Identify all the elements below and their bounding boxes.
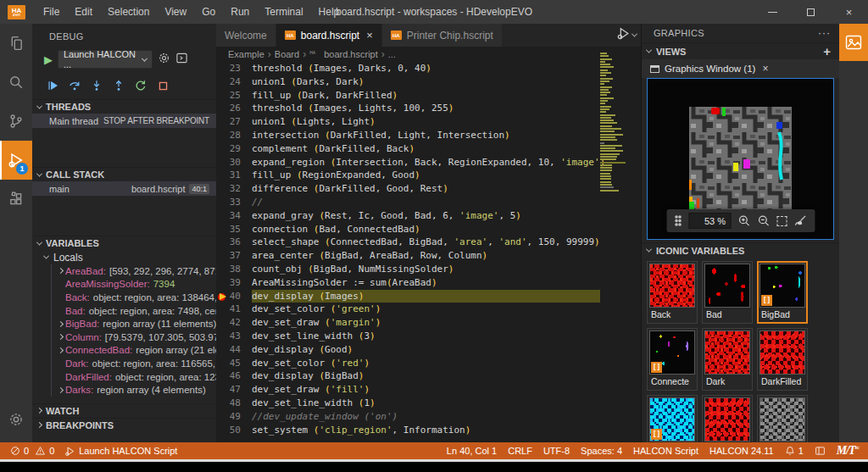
eol-indicator[interactable]: CRLF [508, 446, 532, 456]
iconic-variable-tile[interactable] [757, 395, 808, 442]
thread-row[interactable]: Main thread STOP AFTER BREAKPOINT [32, 114, 216, 128]
start-debug-button[interactable]: ▶ [44, 53, 53, 66]
close-icon[interactable]: × [762, 63, 768, 75]
line-number[interactable]: 24 [216, 75, 252, 89]
halcon-version[interactable]: HALCON 24.11 [709, 446, 774, 456]
launch-halcon-script-button[interactable]: Launch HALCON Script [64, 446, 177, 457]
open-debug-console-icon[interactable] [175, 52, 188, 68]
line-number[interactable]: 36 [216, 236, 252, 249]
menu-bar[interactable]: FileEditSelectionViewGoRunTerminalHelp [36, 0, 347, 24]
run-debug-icon[interactable]: 1 [0, 141, 32, 180]
code-line[interactable]: 25fill_up (Dark, DarkFilled) [216, 89, 642, 103]
line-number[interactable]: 38 [216, 263, 252, 276]
iconic-variable-tile-bad[interactable]: Bad [702, 261, 753, 324]
step-out-icon[interactable] [112, 79, 125, 92]
variable-row[interactable]: AreaMissingSolder:7394 [52, 278, 216, 292]
code-text[interactable]: union1 (Lights, Light) [252, 115, 600, 129]
code-line[interactable]: 43dev_set_line_width (3) [216, 330, 642, 343]
line-number[interactable]: 40 [216, 290, 252, 303]
line-number[interactable]: 42 [216, 316, 252, 330]
line-number[interactable]: 44 [216, 343, 252, 357]
code-text[interactable]: fill_up (RegionExpanded, Good) [252, 169, 600, 182]
code-text[interactable]: dev_set_line_width (3) [252, 330, 600, 343]
select-region-icon[interactable] [776, 216, 787, 226]
code-text[interactable]: threshold (Images, Darks, 0, 40) [252, 62, 600, 75]
code-area[interactable]: 23threshold (Images, Darks, 0, 40)24unio… [216, 62, 642, 442]
code-line[interactable]: 48dev_set_line_width (1) [216, 397, 642, 410]
line-number[interactable]: 39 [216, 276, 252, 290]
line-number[interactable]: 35 [216, 223, 252, 236]
code-line[interactable]: 33// [216, 196, 642, 209]
tab-board-hscript[interactable]: HAboard.hscript× [276, 24, 382, 47]
breadcrumb-item[interactable]: Board [275, 49, 299, 59]
clear-brush-icon[interactable] [793, 214, 807, 227]
code-line[interactable]: 42dev_set_draw ('margin') [216, 316, 642, 330]
zoom-in-icon[interactable] [737, 214, 750, 227]
code-text[interactable]: threshold (Images, Lights, 100, 255) [252, 102, 600, 115]
debug-settings-gear-icon[interactable] [158, 52, 170, 68]
cursor-position[interactable]: Ln 40, Col 1 [447, 446, 497, 456]
breadcrumb[interactable]: Example›Board›HAboard.hscript›... [216, 47, 642, 62]
line-number[interactable]: 45 [216, 357, 252, 370]
breadcrumb-item[interactable]: ... [388, 49, 396, 59]
restart-icon[interactable] [134, 79, 147, 92]
variable-row[interactable]: Darks:region array (4 elements) [52, 383, 216, 397]
line-number[interactable]: 41 [216, 303, 252, 316]
code-line[interactable]: 27union1 (Lights, Light) [216, 115, 642, 129]
close-icon[interactable]: × [366, 29, 373, 42]
code-line[interactable]: 44dev_display (Good) [216, 343, 642, 357]
iconic-variable-tile-bigbad[interactable]: []BigBad [757, 261, 808, 324]
variables-section-header[interactable]: VARIABLES [32, 236, 216, 250]
code-line[interactable]: 34expand_gray (Rest, Ic, Good, Bad, 6, '… [216, 209, 642, 223]
tab-printer-chip-hscript[interactable]: HAPrinter Chip.hscript [382, 24, 503, 47]
iconic-variables-header[interactable]: ICONIC VARIABLES [656, 246, 744, 256]
line-number[interactable]: 47 [216, 383, 252, 397]
more-actions-icon[interactable]: ··· [818, 27, 831, 39]
indent-indicator[interactable]: Spaces: 4 [581, 446, 622, 456]
iconic-variable-tile[interactable] [702, 395, 753, 442]
step-over-icon[interactable] [68, 79, 81, 92]
breadcrumb-item[interactable]: Example [228, 49, 264, 59]
layout-icon[interactable] [815, 446, 826, 456]
code-text[interactable]: dev_display (Good) [252, 343, 600, 357]
menu-terminal[interactable]: Terminal [257, 0, 310, 24]
code-line[interactable]: 28intersection (DarkFilled, Light, Inter… [216, 129, 642, 142]
menu-edit[interactable]: Edit [67, 0, 100, 24]
code-text[interactable]: difference (DarkFilled, Good, Rest) [252, 182, 600, 196]
code-text[interactable]: dev_display (BigBad) [252, 369, 600, 383]
iconic-variable-tile-connecte[interactable]: []Connecte [647, 328, 698, 391]
code-text[interactable]: select_shape (ConnectedBad, BigBad, 'are… [252, 236, 600, 249]
line-number[interactable]: 50 [216, 424, 252, 437]
line-number[interactable]: 37 [216, 249, 252, 263]
code-text[interactable]: expand_gray (Rest, Ic, Good, Bad, 6, 'im… [252, 209, 600, 223]
add-view-button[interactable]: + [823, 44, 831, 58]
variable-row[interactable]: BigBad:region array (11 elements) [52, 317, 216, 330]
code-text[interactable]: expand_region (Intersection, Back, Regio… [252, 156, 605, 169]
variable-row[interactable]: Dark:object: region, area: 116565, ce... [52, 357, 216, 370]
search-icon[interactable] [0, 63, 32, 102]
code-line[interactable]: 50set_system ('clip_region', Information… [216, 424, 642, 437]
launch-config-dropdown[interactable]: Launch HALCON ... [58, 50, 153, 69]
call-stack-section-header[interactable]: CALL STACK [32, 167, 216, 181]
code-line[interactable]: 32difference (DarkFilled, Good, Rest) [216, 182, 642, 196]
code-text[interactable]: set_system ('clip_region', Information) [252, 424, 600, 437]
settings-gear-icon[interactable] [0, 400, 32, 439]
code-line[interactable]: 40dev_display (Images) [216, 290, 642, 303]
views-section-header[interactable]: VIEWS [656, 47, 686, 57]
line-number[interactable]: 23 [216, 62, 252, 75]
code-line[interactable]: 37area_center (BigBad, AreaBad, Row, Col… [216, 249, 642, 263]
iconic-variable-tile-dark[interactable]: Dark [702, 328, 753, 391]
line-number[interactable]: 29 [216, 142, 252, 156]
graphics-window[interactable]: 53 % [647, 78, 834, 240]
step-into-icon[interactable] [90, 79, 103, 92]
close-button[interactable]: × [830, 0, 868, 24]
zoom-out-icon[interactable] [757, 214, 770, 227]
variable-row[interactable]: ConnectedBad:region array (21 elem... [52, 344, 216, 358]
zoom-level-field[interactable]: 53 % [688, 213, 731, 229]
run-script-icon[interactable] [616, 26, 631, 44]
chevron-down-icon[interactable] [632, 31, 637, 37]
code-text[interactable]: dev_set_color ('red') [252, 357, 600, 370]
restore-button[interactable] [792, 0, 830, 24]
code-text[interactable]: dev_set_draw ('margin') [252, 316, 600, 330]
threads-section-header[interactable]: THREADS [32, 99, 216, 114]
